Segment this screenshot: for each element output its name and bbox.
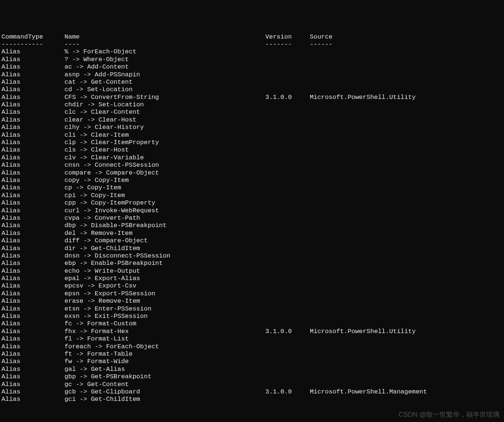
- col-source: Microsoft.PowerShell.Utility: [310, 328, 416, 335]
- col-version: [265, 48, 310, 56]
- data-row: Aliasepcsv -> Export-Csv: [1, 282, 503, 290]
- col-commandtype: Alias: [1, 162, 64, 169]
- col-version: 3.1.0.0: [265, 388, 310, 396]
- col-name: erase -> Remove-Item: [64, 298, 265, 305]
- col-commandtype: Alias: [1, 94, 64, 101]
- data-row: Aliascd -> Set-Location: [1, 86, 503, 93]
- data-row: Aliasfhx -> Format-Hex3.1.0.0Microsoft.P…: [1, 328, 503, 335]
- data-row: Aliasft -> Format-Table: [1, 350, 503, 358]
- col-commandtype: Alias: [1, 222, 64, 229]
- col-name: clv -> Clear-Variable: [64, 154, 265, 162]
- col-version: [265, 290, 310, 298]
- col-commandtype: Alias: [1, 350, 64, 358]
- col-commandtype: Alias: [1, 245, 64, 252]
- col-version: [265, 162, 310, 169]
- col-name: cat -> Get-Content: [64, 79, 265, 86]
- col-version: [265, 101, 310, 109]
- col-commandtype: Alias: [1, 192, 64, 199]
- col-version: [265, 222, 310, 229]
- col-name: curl -> Invoke-WebRequest: [64, 207, 265, 215]
- col-name: asnp -> Add-PSSnapin: [64, 71, 265, 79]
- col-name: del -> Remove-Item: [64, 230, 265, 237]
- col-name: copy -> Copy-Item: [64, 177, 265, 184]
- col-version: [265, 350, 310, 358]
- col-source: Source: [310, 33, 332, 41]
- col-version: [265, 116, 310, 124]
- col-version: [265, 245, 310, 252]
- col-version: [265, 396, 310, 403]
- data-row: Aliascls -> Clear-Host: [1, 146, 503, 154]
- col-name: epsn -> Export-PSSession: [64, 290, 265, 298]
- data-row: AliasCFS -> ConvertFrom-String3.1.0.0Mic…: [1, 94, 503, 101]
- col-commandtype: Alias: [1, 335, 64, 343]
- col-source: ------: [310, 41, 332, 48]
- col-commandtype: Alias: [1, 124, 64, 131]
- col-name: clhy -> Clear-History: [64, 124, 265, 131]
- data-row: Aliasclhy -> Clear-History: [1, 124, 503, 131]
- data-row: Aliascompare -> Compare-Object: [1, 169, 503, 177]
- col-commandtype: Alias: [1, 320, 64, 328]
- data-row: Aliasepal -> Export-Alias: [1, 275, 503, 282]
- terminal-output: CommandTypeNameVersionSource------------…: [1, 33, 503, 403]
- data-row: Aliasecho -> Write-Output: [1, 268, 503, 275]
- data-row: Aliasgci -> Get-ChildItem: [1, 396, 503, 403]
- watermark: CSDN @散一世繁华，颠半世琉璃: [399, 411, 500, 419]
- col-commandtype: Alias: [1, 116, 64, 124]
- col-name: ----: [64, 41, 265, 48]
- col-commandtype: Alias: [1, 132, 64, 139]
- col-commandtype: Alias: [1, 388, 64, 396]
- col-commandtype: Alias: [1, 396, 64, 403]
- col-commandtype: Alias: [1, 343, 64, 350]
- col-version: [265, 169, 310, 177]
- col-name: epal -> Export-Alias: [64, 275, 265, 282]
- col-version: [265, 282, 310, 290]
- col-version: [265, 63, 310, 71]
- col-name: % -> ForEach-Object: [64, 48, 265, 56]
- col-commandtype: Alias: [1, 282, 64, 290]
- col-commandtype: Alias: [1, 252, 64, 260]
- col-commandtype: Alias: [1, 366, 64, 373]
- data-row: Aliascpi -> Copy-Item: [1, 192, 503, 199]
- col-name: Name: [64, 33, 265, 41]
- col-commandtype: Alias: [1, 109, 64, 116]
- col-version: [265, 79, 310, 86]
- col-version: [265, 207, 310, 215]
- col-name: clp -> Clear-ItemProperty: [64, 139, 265, 146]
- col-name: cvpa -> Convert-Path: [64, 215, 265, 222]
- header-row: CommandTypeNameVersionSource: [1, 33, 503, 41]
- col-name: ? -> Where-Object: [64, 56, 265, 63]
- col-commandtype: Alias: [1, 207, 64, 215]
- col-version: [265, 230, 310, 237]
- data-row: Aliascopy -> Copy-Item: [1, 177, 503, 184]
- col-commandtype: Alias: [1, 230, 64, 237]
- col-commandtype: Alias: [1, 177, 64, 184]
- col-name: fhx -> Format-Hex: [64, 328, 265, 335]
- divider-row: ----------------------------: [1, 41, 503, 48]
- col-version: [265, 275, 310, 282]
- col-name: gc -> Get-Content: [64, 381, 265, 388]
- col-name: etsn -> Enter-PSSession: [64, 305, 265, 313]
- col-version: [265, 199, 310, 207]
- data-row: Aliasdbp -> Disable-PSBreakpoint: [1, 222, 503, 229]
- col-name: foreach -> ForEach-Object: [64, 343, 265, 350]
- col-version: [265, 381, 310, 388]
- col-version: [265, 56, 310, 63]
- col-commandtype: Alias: [1, 184, 64, 192]
- col-commandtype: Alias: [1, 275, 64, 282]
- data-row: Aliasdel -> Remove-Item: [1, 230, 503, 237]
- data-row: Aliasepsn -> Export-PSSession: [1, 290, 503, 298]
- col-version: [265, 192, 310, 199]
- col-commandtype: Alias: [1, 268, 64, 275]
- col-version: 3.1.0.0: [265, 328, 310, 335]
- data-row: Aliascvpa -> Convert-Path: [1, 215, 503, 222]
- col-version: -------: [265, 41, 310, 48]
- col-commandtype: Alias: [1, 79, 64, 86]
- col-name: fc -> Format-Custom: [64, 320, 265, 328]
- col-version: [265, 252, 310, 260]
- col-name: cls -> Clear-Host: [64, 146, 265, 154]
- col-name: chdir -> Set-Location: [64, 101, 265, 109]
- data-row: Aliasgcb -> Get-Clipboard3.1.0.0Microsof…: [1, 388, 503, 396]
- col-commandtype: Alias: [1, 146, 64, 154]
- col-version: [265, 268, 310, 275]
- col-commandtype: Alias: [1, 169, 64, 177]
